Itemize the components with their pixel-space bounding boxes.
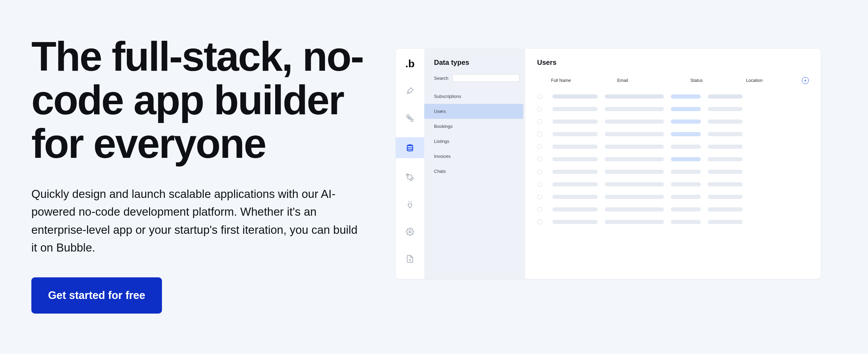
cell-placeholder (552, 182, 598, 186)
cell-placeholder (605, 207, 664, 211)
cell-placeholder (708, 207, 743, 211)
bubble-logo-icon: .b (402, 56, 418, 72)
data-type-subscriptions[interactable]: Subscriptions (424, 89, 525, 104)
column-email: Email (617, 78, 683, 83)
cell-placeholder (552, 195, 598, 199)
sidebar-title: Data types (424, 59, 525, 74)
row-select-radio[interactable] (537, 220, 542, 224)
cell-placeholder (671, 182, 701, 186)
cell-placeholder (708, 195, 743, 199)
hero-illustration: .b (380, 35, 837, 279)
cell-placeholder (708, 107, 743, 111)
data-type-invoices[interactable]: Invoices (424, 149, 525, 164)
table-row[interactable] (537, 103, 809, 115)
table-row[interactable] (537, 153, 809, 166)
row-select-radio[interactable] (537, 157, 542, 162)
table-row[interactable] (537, 115, 809, 128)
cell-placeholder (605, 170, 664, 174)
cell-placeholder (671, 220, 701, 224)
cell-placeholder (708, 220, 743, 224)
svg-point-3 (407, 145, 413, 146)
cell-placeholder (552, 157, 598, 161)
cell-placeholder (605, 220, 664, 224)
cell-placeholder (708, 132, 743, 136)
table-row[interactable] (537, 140, 809, 153)
app-rail: .b (396, 49, 424, 279)
cell-placeholder (671, 94, 701, 99)
table-row[interactable] (537, 90, 809, 103)
get-started-button[interactable]: Get started for free (31, 277, 162, 314)
search-label: Search (434, 76, 448, 81)
design-icon[interactable] (402, 83, 418, 99)
cell-placeholder (708, 94, 743, 99)
cell-placeholder (605, 195, 664, 199)
cell-placeholder (552, 207, 598, 211)
hero-copy: The full-stack, no-code app builder for … (31, 35, 380, 314)
cell-placeholder (552, 220, 598, 224)
table-row[interactable] (537, 166, 809, 178)
data-type-listings[interactable]: Listings (424, 134, 525, 149)
cell-placeholder (552, 120, 598, 124)
table-row[interactable] (537, 178, 809, 191)
table-row[interactable] (537, 191, 809, 203)
cell-placeholder (552, 94, 598, 99)
data-type-users[interactable]: Users (424, 104, 523, 119)
workflow-icon[interactable] (402, 110, 418, 126)
settings-icon[interactable] (402, 224, 418, 240)
table-row[interactable] (537, 128, 809, 140)
cell-placeholder (708, 182, 743, 186)
plugins-icon[interactable] (402, 197, 418, 213)
row-select-radio[interactable] (537, 169, 542, 174)
cell-placeholder (671, 195, 701, 199)
cell-placeholder (671, 132, 701, 136)
data-type-chats[interactable]: Chats (424, 164, 525, 179)
column-status: Status (690, 78, 739, 83)
row-select-radio[interactable] (537, 182, 542, 187)
data-type-bookings[interactable]: Bookings (424, 119, 525, 134)
row-select-radio[interactable] (537, 194, 542, 199)
data-icon[interactable] (396, 137, 424, 158)
table-body (537, 90, 809, 228)
cell-placeholder (605, 182, 664, 186)
cell-placeholder (671, 145, 701, 149)
hero-body: Quickly design and launch scalable appli… (31, 185, 362, 256)
row-select-radio[interactable] (537, 107, 542, 111)
row-select-radio[interactable] (537, 94, 542, 99)
hero-title: The full-stack, no-code app builder for … (31, 35, 380, 166)
cell-placeholder (671, 207, 701, 211)
column-full-name: Full Name (551, 78, 610, 83)
app-frame: .b (396, 49, 821, 279)
cell-placeholder (671, 170, 701, 174)
cell-placeholder (605, 120, 664, 124)
cell-placeholder (671, 157, 701, 161)
search-input[interactable] (452, 74, 520, 82)
row-select-radio[interactable] (537, 207, 542, 212)
cell-placeholder (671, 107, 701, 111)
cell-placeholder (605, 132, 664, 136)
cell-placeholder (708, 170, 743, 174)
logs-icon[interactable] (402, 251, 418, 267)
table-row[interactable] (537, 203, 809, 216)
cell-placeholder (671, 120, 701, 124)
cell-placeholder (605, 107, 664, 111)
row-select-radio[interactable] (537, 144, 542, 149)
styles-icon[interactable] (402, 169, 418, 185)
data-table-panel: Users Full Name Email Status Location + (525, 49, 821, 279)
cell-placeholder (605, 157, 664, 161)
column-location: Location (746, 78, 784, 83)
add-column-button[interactable]: + (802, 77, 809, 84)
row-select-radio[interactable] (537, 119, 542, 124)
cell-placeholder (552, 145, 598, 149)
cell-placeholder (708, 145, 743, 149)
cell-placeholder (605, 145, 664, 149)
table-row[interactable] (537, 216, 809, 228)
data-types-sidebar: Data types Search Subscriptions Users Bo… (424, 49, 525, 279)
cell-placeholder (552, 132, 598, 136)
cell-placeholder (708, 157, 743, 161)
cell-placeholder (552, 170, 598, 174)
svg-point-4 (409, 231, 411, 233)
row-select-radio[interactable] (537, 132, 542, 137)
cell-placeholder (605, 94, 664, 99)
cell-placeholder (552, 107, 598, 111)
table-header: Full Name Email Status Location + (537, 77, 809, 84)
